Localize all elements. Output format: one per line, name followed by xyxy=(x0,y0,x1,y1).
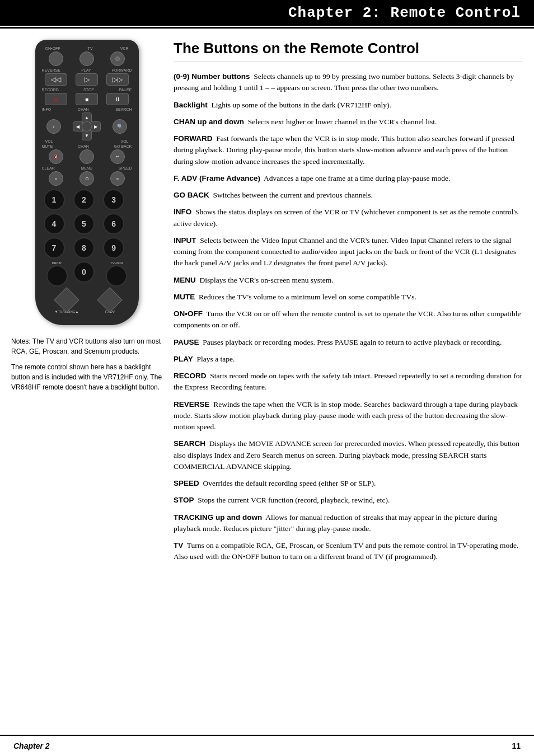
mute-chan-goback-labels: MUTE CHAN GO BACK xyxy=(41,144,133,148)
remote-top-labels: ON•OFF TV VCR xyxy=(41,46,133,50)
on-off-label: ON•OFF xyxy=(45,46,60,50)
info-chan-search-row: i ▲ ▼ ◀ xyxy=(41,112,133,140)
buttons-list: (0-9) Number buttons Selects channels up… xyxy=(174,71,523,563)
forward-button[interactable]: ▷▷ xyxy=(106,73,129,86)
button-name: STOP xyxy=(174,496,194,504)
chan2-label: CHAN xyxy=(78,144,89,148)
clear-button[interactable]: ≡ xyxy=(49,171,63,186)
search-button[interactable]: 🔍 xyxy=(113,119,127,134)
footer-chapter-label: Chapter 2 xyxy=(13,741,50,750)
num-6-button[interactable]: 6 xyxy=(103,213,124,234)
button-entry: MENU Displays the VCR's on-screen menu s… xyxy=(174,275,523,286)
info-chan-labels: INFO CHAN SEARCH xyxy=(41,107,133,111)
menu-button[interactable]: ⊙ xyxy=(79,171,94,186)
button-entry: MUTE Reduces the TV's volume to a minimu… xyxy=(174,292,523,303)
notes-section: Notes: The TV and VCR buttons also turn … xyxy=(11,336,162,392)
mute-chan-goback-row: 🔇 ↩ xyxy=(41,149,133,164)
header-title: Chapter 2: Remote Control xyxy=(288,4,521,21)
button-desc: Overrides the default recording speed (e… xyxy=(203,479,376,487)
button-entry: FORWARD Fast forwards the tape when the … xyxy=(174,133,523,167)
button-name: F. ADV (Frame Advance) xyxy=(174,174,260,182)
clear-label: CLEAR xyxy=(42,166,55,170)
num-9-button[interactable]: 9 xyxy=(103,237,124,259)
num-5-button[interactable]: 5 xyxy=(73,213,95,234)
rec-labels: RECORD STOP PAUSE xyxy=(41,88,133,92)
button-desc: Switches between the current and previou… xyxy=(213,191,373,199)
button-desc: Selects between the Video Input Channel … xyxy=(174,236,516,267)
button-desc: Advances a tape one frame at a time duri… xyxy=(264,174,450,182)
button-name: PAUSE xyxy=(174,338,199,346)
reverse-button[interactable]: ◁◁ xyxy=(45,73,67,86)
info-button[interactable]: i xyxy=(46,119,61,134)
play-button[interactable]: ▷ xyxy=(76,73,98,86)
num-2-button[interactable]: 2 xyxy=(73,189,95,210)
input-btn-wrapper: INPUT xyxy=(44,261,71,287)
menu-label: MENU xyxy=(81,166,92,170)
button-desc: Starts record mode on tapes with the saf… xyxy=(174,372,522,391)
button-desc: Shows the status displays on screen of t… xyxy=(174,208,518,227)
tvvcr-button[interactable] xyxy=(106,265,127,287)
rec-stop-pause-row: ● ■ ⏸ xyxy=(41,93,133,105)
bottom-special-row: ▼TRACKING▲ F.ADV xyxy=(41,291,133,314)
input-btn-label: INPUT xyxy=(52,261,62,265)
num-4-button[interactable]: 4 xyxy=(44,213,65,234)
search-label: SEARCH xyxy=(115,107,132,111)
button-entry: CHAN up and down Selects next higher or … xyxy=(174,116,523,128)
mute-button[interactable]: 🔇 xyxy=(49,149,63,164)
vcr-label: VCR xyxy=(120,46,129,50)
chan-label: CHAN xyxy=(78,107,89,111)
tvvcr-btn-label: TV•VCR xyxy=(110,261,123,265)
fadv-button[interactable] xyxy=(97,287,123,312)
mute-label: MUTE xyxy=(42,144,53,148)
stop-button[interactable]: ■ xyxy=(76,93,98,105)
button-desc: Turns on a compatible RCA, GE, Proscan, … xyxy=(174,541,518,561)
chan-down-button[interactable]: ▼ xyxy=(82,130,92,140)
footer-page-number: 11 xyxy=(512,741,521,750)
goback-button[interactable]: ↩ xyxy=(110,149,125,164)
button-entry: STOP Stops the current VCR function (rec… xyxy=(174,495,523,506)
note-2: The remote control shown here has a back… xyxy=(11,362,162,392)
right-column: The Buttons on the Remote Control (0-9) … xyxy=(174,40,523,569)
vcr-button[interactable] xyxy=(110,51,125,66)
fadv-wrapper: F.ADV xyxy=(101,291,119,314)
button-entry: Backlight Lights up some of the buttons … xyxy=(174,100,523,111)
button-name: SEARCH xyxy=(174,439,205,448)
record-button[interactable]: ● xyxy=(45,93,67,105)
left-column: ON•OFF TV VCR REVERSE PLAY FORWARD xyxy=(11,40,162,569)
transport-row: ◁◁ ▷ ▷▷ xyxy=(41,73,133,86)
tv-button[interactable] xyxy=(79,51,94,66)
button-name: ON•OFF xyxy=(174,309,203,318)
button-entry: (0-9) Number buttons Selects channels up… xyxy=(174,71,523,94)
chan-up-down-wrapper: ▲ ▼ ◀ ▶ xyxy=(73,112,101,140)
button-name: SPEED xyxy=(174,479,199,487)
vol-up-button[interactable]: ▶ xyxy=(91,121,101,132)
button-desc: Lights up some of the buttons in the dar… xyxy=(212,101,391,109)
tracking-down-button[interactable] xyxy=(54,287,79,312)
pause-button[interactable]: ⏸ xyxy=(106,93,129,105)
clear-menu-speed-row: ≡ ⊙ ≡ xyxy=(41,171,133,186)
button-entry: TRACKING up and down Allows for manual r… xyxy=(174,512,523,535)
button-desc: Displays the VCR's on-screen menu system… xyxy=(200,276,334,284)
speed-label: SPEED xyxy=(119,166,132,170)
chan2-button[interactable] xyxy=(79,149,94,164)
num-0-button[interactable]: 0 xyxy=(73,261,95,283)
button-name: TRACKING up and down xyxy=(174,513,262,522)
remote-illustration: ON•OFF TV VCR REVERSE PLAY FORWARD xyxy=(11,40,162,325)
indicator-light xyxy=(115,57,120,61)
main-layout: ON•OFF TV VCR REVERSE PLAY FORWARD xyxy=(0,29,534,580)
button-entry: INFO Shows the status displays on screen… xyxy=(174,206,523,229)
clear-menu-speed-labels: CLEAR MENU SPEED xyxy=(41,166,133,170)
num-1-button[interactable]: 1 xyxy=(44,189,65,210)
button-entry: SPEED Overrides the default recording sp… xyxy=(174,478,523,489)
input-button[interactable] xyxy=(46,265,68,287)
forward-label: FORWARD xyxy=(112,68,132,72)
num-8-button[interactable]: 8 xyxy=(73,237,95,259)
reverse-label: REVERSE xyxy=(42,68,60,72)
speed-button[interactable]: ≡ xyxy=(110,171,125,186)
button-entry: PAUSE Pauses playback or recording modes… xyxy=(174,337,523,348)
num-3-button[interactable]: 3 xyxy=(103,189,124,210)
button-entry: GO BACK Switches between the current and… xyxy=(174,190,523,201)
num-7-button[interactable]: 7 xyxy=(44,237,65,259)
button-entry: PLAY Plays a tape. xyxy=(174,354,523,365)
on-off-button[interactable] xyxy=(49,51,63,66)
